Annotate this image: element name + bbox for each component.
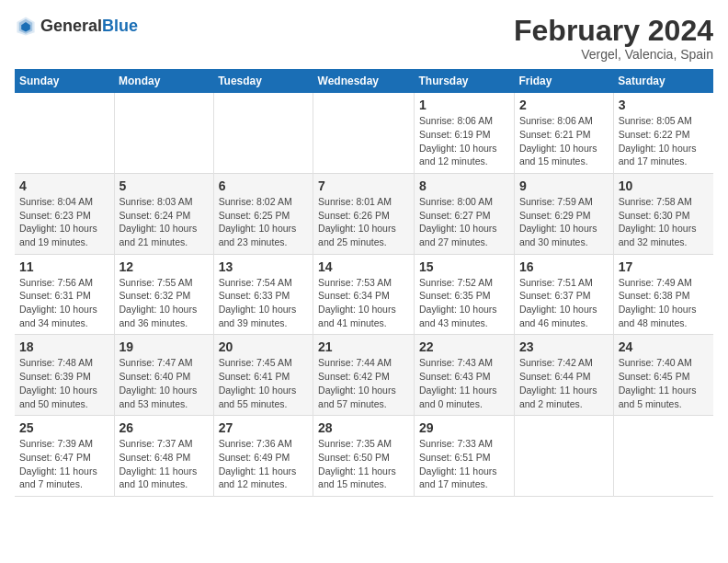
day-number: 5	[119, 178, 209, 193]
week-row-2: 4Sunrise: 8:04 AM Sunset: 6:23 PM Daylig…	[15, 173, 713, 254]
col-saturday: Saturday	[613, 69, 713, 93]
day-detail: Sunrise: 8:06 AM Sunset: 6:21 PM Dayligh…	[519, 114, 609, 168]
calendar-cell: 25Sunrise: 7:39 AM Sunset: 6:47 PM Dayli…	[15, 416, 114, 497]
week-row-5: 25Sunrise: 7:39 AM Sunset: 6:47 PM Dayli…	[15, 416, 713, 497]
col-monday: Monday	[114, 69, 213, 93]
day-number: 11	[19, 259, 109, 274]
calendar-cell: 20Sunrise: 7:45 AM Sunset: 6:41 PM Dayli…	[213, 335, 313, 416]
day-detail: Sunrise: 7:54 AM Sunset: 6:33 PM Dayligh…	[219, 276, 308, 330]
calendar-body: 1Sunrise: 8:06 AM Sunset: 6:19 PM Daylig…	[15, 93, 713, 496]
logo-general: General	[40, 17, 102, 36]
calendar-cell: 22Sunrise: 7:43 AM Sunset: 6:43 PM Dayli…	[414, 335, 514, 416]
calendar-cell: 26Sunrise: 7:37 AM Sunset: 6:48 PM Dayli…	[114, 416, 213, 497]
calendar-cell: 1Sunrise: 8:06 AM Sunset: 6:19 PM Daylig…	[414, 93, 514, 173]
calendar-cell: 2Sunrise: 8:06 AM Sunset: 6:21 PM Daylig…	[514, 93, 613, 173]
day-detail: Sunrise: 8:06 AM Sunset: 6:19 PM Dayligh…	[419, 114, 509, 168]
calendar-table: Sunday Monday Tuesday Wednesday Thursday…	[15, 69, 713, 497]
calendar-cell	[213, 93, 313, 173]
calendar-cell: 16Sunrise: 7:51 AM Sunset: 6:37 PM Dayli…	[514, 254, 613, 335]
day-number: 18	[19, 339, 109, 354]
calendar-header: Sunday Monday Tuesday Wednesday Thursday…	[15, 69, 713, 93]
day-number: 14	[318, 259, 409, 274]
day-number: 16	[519, 259, 609, 274]
calendar-cell: 13Sunrise: 7:54 AM Sunset: 6:33 PM Dayli…	[213, 254, 313, 335]
calendar-cell	[15, 93, 114, 173]
col-wednesday: Wednesday	[313, 69, 415, 93]
day-detail: Sunrise: 7:55 AM Sunset: 6:32 PM Dayligh…	[119, 276, 209, 330]
calendar-cell: 12Sunrise: 7:55 AM Sunset: 6:32 PM Dayli…	[114, 254, 213, 335]
day-number: 2	[519, 98, 609, 112]
calendar-cell: 28Sunrise: 7:35 AM Sunset: 6:50 PM Dayli…	[313, 416, 415, 497]
day-detail: Sunrise: 7:56 AM Sunset: 6:31 PM Dayligh…	[19, 276, 109, 330]
calendar-cell	[313, 93, 415, 173]
calendar-cell: 4Sunrise: 8:04 AM Sunset: 6:23 PM Daylig…	[15, 173, 114, 254]
week-row-3: 11Sunrise: 7:56 AM Sunset: 6:31 PM Dayli…	[15, 254, 713, 335]
day-detail: Sunrise: 7:43 AM Sunset: 6:43 PM Dayligh…	[419, 356, 509, 410]
calendar-cell: 27Sunrise: 7:36 AM Sunset: 6:49 PM Dayli…	[213, 416, 313, 497]
main-title: February 2024	[514, 15, 713, 47]
day-detail: Sunrise: 7:39 AM Sunset: 6:47 PM Dayligh…	[19, 437, 109, 491]
day-number: 20	[219, 339, 308, 354]
calendar-cell: 23Sunrise: 7:42 AM Sunset: 6:44 PM Dayli…	[514, 335, 613, 416]
day-number: 13	[219, 259, 308, 274]
day-detail: Sunrise: 7:48 AM Sunset: 6:39 PM Dayligh…	[19, 356, 109, 410]
day-number: 24	[619, 339, 709, 354]
day-detail: Sunrise: 7:45 AM Sunset: 6:41 PM Dayligh…	[219, 356, 308, 410]
day-number: 26	[119, 420, 209, 435]
calendar-cell	[114, 93, 213, 173]
day-detail: Sunrise: 8:04 AM Sunset: 6:23 PM Dayligh…	[19, 195, 109, 249]
calendar-cell	[613, 416, 713, 497]
day-number: 23	[519, 339, 609, 354]
calendar-cell	[514, 416, 613, 497]
logo: General Blue	[15, 15, 138, 37]
calendar-cell: 5Sunrise: 8:03 AM Sunset: 6:24 PM Daylig…	[114, 173, 213, 254]
day-number: 8	[419, 178, 509, 193]
day-number: 1	[419, 98, 509, 112]
calendar-cell: 19Sunrise: 7:47 AM Sunset: 6:40 PM Dayli…	[114, 335, 213, 416]
day-detail: Sunrise: 8:01 AM Sunset: 6:26 PM Dayligh…	[318, 195, 409, 249]
calendar-cell: 6Sunrise: 8:02 AM Sunset: 6:25 PM Daylig…	[213, 173, 313, 254]
calendar-cell: 8Sunrise: 8:00 AM Sunset: 6:27 PM Daylig…	[414, 173, 514, 254]
day-number: 27	[219, 420, 308, 435]
day-detail: Sunrise: 7:59 AM Sunset: 6:29 PM Dayligh…	[519, 195, 609, 249]
day-number: 4	[19, 178, 109, 193]
day-detail: Sunrise: 7:58 AM Sunset: 6:30 PM Dayligh…	[619, 195, 709, 249]
col-tuesday: Tuesday	[213, 69, 313, 93]
day-detail: Sunrise: 7:53 AM Sunset: 6:34 PM Dayligh…	[318, 276, 409, 330]
calendar-cell: 17Sunrise: 7:49 AM Sunset: 6:38 PM Dayli…	[613, 254, 713, 335]
calendar-cell: 24Sunrise: 7:40 AM Sunset: 6:45 PM Dayli…	[613, 335, 713, 416]
day-number: 25	[19, 420, 109, 435]
calendar-cell: 18Sunrise: 7:48 AM Sunset: 6:39 PM Dayli…	[15, 335, 114, 416]
day-number: 17	[619, 259, 709, 274]
day-number: 6	[219, 178, 308, 193]
day-detail: Sunrise: 7:40 AM Sunset: 6:45 PM Dayligh…	[619, 356, 709, 410]
day-number: 29	[419, 420, 509, 435]
calendar-cell: 11Sunrise: 7:56 AM Sunset: 6:31 PM Dayli…	[15, 254, 114, 335]
day-detail: Sunrise: 8:03 AM Sunset: 6:24 PM Dayligh…	[119, 195, 209, 249]
col-thursday: Thursday	[414, 69, 514, 93]
day-detail: Sunrise: 7:42 AM Sunset: 6:44 PM Dayligh…	[519, 356, 609, 410]
day-detail: Sunrise: 7:37 AM Sunset: 6:48 PM Dayligh…	[119, 437, 209, 491]
day-number: 7	[318, 178, 409, 193]
day-number: 15	[419, 259, 509, 274]
day-detail: Sunrise: 8:00 AM Sunset: 6:27 PM Dayligh…	[419, 195, 509, 249]
week-row-1: 1Sunrise: 8:06 AM Sunset: 6:19 PM Daylig…	[15, 93, 713, 173]
day-number: 21	[318, 339, 409, 354]
day-number: 19	[119, 339, 209, 354]
day-number: 22	[419, 339, 509, 354]
day-detail: Sunrise: 7:52 AM Sunset: 6:35 PM Dayligh…	[419, 276, 509, 330]
calendar-cell: 10Sunrise: 7:58 AM Sunset: 6:30 PM Dayli…	[613, 173, 713, 254]
calendar-cell: 7Sunrise: 8:01 AM Sunset: 6:26 PM Daylig…	[313, 173, 415, 254]
day-detail: Sunrise: 7:47 AM Sunset: 6:40 PM Dayligh…	[119, 356, 209, 410]
day-number: 28	[318, 420, 409, 435]
logo-blue: Blue	[102, 17, 138, 36]
calendar-cell: 21Sunrise: 7:44 AM Sunset: 6:42 PM Dayli…	[313, 335, 415, 416]
calendar-cell: 3Sunrise: 8:05 AM Sunset: 6:22 PM Daylig…	[613, 93, 713, 173]
logo-text: General Blue	[40, 17, 138, 36]
calendar-cell: 14Sunrise: 7:53 AM Sunset: 6:34 PM Dayli…	[313, 254, 415, 335]
day-detail: Sunrise: 7:36 AM Sunset: 6:49 PM Dayligh…	[219, 437, 308, 491]
calendar-cell: 15Sunrise: 7:52 AM Sunset: 6:35 PM Dayli…	[414, 254, 514, 335]
col-sunday: Sunday	[15, 69, 114, 93]
day-detail: Sunrise: 7:44 AM Sunset: 6:42 PM Dayligh…	[318, 356, 409, 410]
day-detail: Sunrise: 7:51 AM Sunset: 6:37 PM Dayligh…	[519, 276, 609, 330]
